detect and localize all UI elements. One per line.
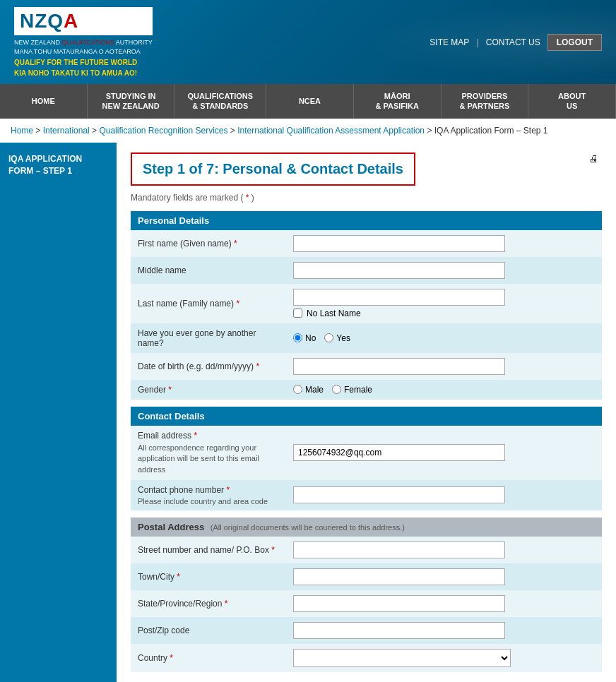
contact-details-table: Email address * All correspondence regar… (131, 426, 602, 510)
table-row: Last name (Family name) * No Last Name (131, 284, 602, 323)
email-note: All correspondence regarding your applic… (138, 443, 279, 475)
last-name-label: Last name (Family name) * (131, 284, 286, 323)
no-last-name-label: No Last Name (307, 309, 361, 318)
gender-female-radio[interactable] (332, 385, 341, 394)
logo-text: NZQA (20, 10, 78, 32)
header-nav: SITE MAP | CONTACT US LOGOUT (430, 34, 602, 51)
gender-female-label: Female (332, 385, 372, 395)
town-city-input[interactable] (293, 568, 505, 585)
another-name-radio-group: No Yes (293, 333, 595, 343)
gender-male-radio[interactable] (293, 385, 302, 394)
email-input[interactable] (293, 444, 505, 461)
dob-input[interactable] (293, 358, 505, 375)
postcode-input[interactable] (293, 622, 505, 639)
table-row: Email address * All correspondence regar… (131, 426, 602, 480)
first-name-input[interactable] (293, 235, 505, 252)
dob-label: Date of birth (e.g. dd/mm/yyyy) * (131, 353, 286, 380)
table-row: State/Province/Region * (131, 590, 602, 617)
site-map-link[interactable]: SITE MAP (430, 37, 469, 47)
gender-male-label: Male (293, 385, 324, 395)
mandatory-note: Mandatory fields are marked ( * ) (131, 193, 602, 203)
tagline: QUALIFY FOR THE FUTURE WORLD (14, 59, 153, 66)
main-nav: HOME STUDYING INNEW ZEALAND QUALIFICATIO… (0, 84, 616, 119)
breadcrumb-qrs[interactable]: Qualification Recognition Services (99, 126, 227, 136)
another-name-label: Have you ever gone by another name? (131, 323, 286, 353)
sidebar: IQA APPLICATION FORM – STEP 1 (0, 143, 117, 682)
no-last-name-checkbox[interactable] (293, 309, 302, 318)
middle-name-input[interactable] (293, 262, 505, 279)
another-name-no-radio[interactable] (293, 333, 302, 342)
street-label: Street number and name/ P.O. Box * (131, 537, 286, 563)
middle-name-label: Middle name (131, 257, 286, 284)
nav-studying[interactable]: STUDYING INNEW ZEALAND (88, 84, 175, 119)
table-row: Gender * Male Female (131, 380, 602, 400)
logo-box: NZQA (14, 7, 153, 35)
table-row: Date of birth (e.g. dd/mm/yyyy) * (131, 353, 602, 380)
postal-address-header: Postal Address (All original documents w… (131, 518, 602, 537)
country-select[interactable]: New Zealand Australia China India United… (293, 649, 511, 667)
country-label: Country * (131, 644, 286, 672)
town-city-label: Town/City * (131, 563, 286, 590)
org-full: NEW ZEALAND QUALIFICATIONS AUTHORITY MAN… (14, 38, 153, 56)
another-name-no-label: No (293, 333, 316, 343)
main-content: 🖨 Step 1 of 7: Personal & Contact Detail… (117, 143, 616, 682)
personal-details-section: Personal Details First name (Given name)… (131, 211, 602, 400)
table-row: Post/Zip code (131, 617, 602, 644)
postal-address-table: Street number and name/ P.O. Box * Town/… (131, 537, 602, 672)
table-row: Street number and name/ P.O. Box * (131, 537, 602, 563)
breadcrumb-iqa-app[interactable]: International Qualification Assessment A… (237, 126, 425, 136)
another-name-yes-radio[interactable] (324, 333, 333, 342)
personal-details-header: Personal Details (131, 211, 602, 230)
contact-details-header: Contact Details (131, 407, 602, 426)
logo-area: NZQA NEW ZEALAND QUALIFICATIONS AUTHORIT… (14, 7, 153, 77)
street-input[interactable] (293, 542, 505, 558)
state-input[interactable] (293, 595, 505, 612)
phone-note: Please include country and area code (138, 497, 279, 505)
nav-about[interactable]: ABOUTUS (528, 84, 616, 119)
print-icon[interactable]: 🖨 (586, 150, 602, 167)
table-row: Town/City * (131, 563, 602, 590)
nav-maori[interactable]: MĀORI& PASIFIKA (354, 84, 442, 119)
nav-providers[interactable]: PROVIDERS& PARTNERS (442, 84, 529, 119)
email-label: Email address * All correspondence regar… (131, 426, 286, 480)
logout-button[interactable]: LOGOUT (547, 34, 602, 51)
phone-label: Contact phone number * Please include co… (131, 480, 286, 510)
tagline2: KIA NOHO TAKATU KI TO AMUA AO! (14, 69, 153, 77)
table-row: First name (Given name) * (131, 230, 602, 257)
postal-address-note: (All original documents will be couriere… (211, 523, 405, 532)
postal-address-title: Postal Address (138, 522, 204, 532)
last-name-input[interactable] (293, 289, 505, 306)
gender-radio-group: Male Female (293, 385, 595, 395)
another-name-yes-label: Yes (324, 333, 350, 343)
table-row: Contact phone number * Please include co… (131, 480, 602, 510)
table-row: Country * New Zealand Australia China In… (131, 644, 602, 672)
state-label: State/Province/Region * (131, 590, 286, 617)
contact-details-section: Contact Details Email address * All corr… (131, 407, 602, 510)
contact-us-link[interactable]: CONTACT US (486, 37, 540, 47)
postal-address-section: Postal Address (All original documents w… (131, 518, 602, 672)
content-layout: IQA APPLICATION FORM – STEP 1 🖨 Step 1 o… (0, 143, 616, 682)
breadcrumb-international[interactable]: International (43, 126, 90, 136)
step-title: Step 1 of 7: Personal & Contact Details (131, 152, 415, 186)
breadcrumb-home[interactable]: Home (11, 126, 33, 136)
sidebar-label: IQA APPLICATION FORM – STEP 1 (8, 154, 82, 176)
table-row: Have you ever gone by another name? No Y… (131, 323, 602, 353)
breadcrumb-current: IQA Application Form – Step 1 (434, 126, 548, 136)
nav-home[interactable]: HOME (0, 84, 88, 119)
postcode-label: Post/Zip code (131, 617, 286, 644)
nav-qualifications[interactable]: QUALIFICATIONS& STANDARDS (174, 84, 266, 119)
phone-input[interactable] (293, 486, 505, 503)
first-name-label: First name (Given name) * (131, 230, 286, 257)
nav-ncea[interactable]: NCEA (266, 84, 354, 119)
breadcrumb: Home > International > Qualification Rec… (0, 119, 616, 143)
site-header: NZQA NEW ZEALAND QUALIFICATIONS AUTHORIT… (0, 0, 616, 84)
personal-details-table: First name (Given name) * Middle name La… (131, 230, 602, 400)
table-row: Middle name (131, 257, 602, 284)
gender-label: Gender * (131, 380, 286, 400)
